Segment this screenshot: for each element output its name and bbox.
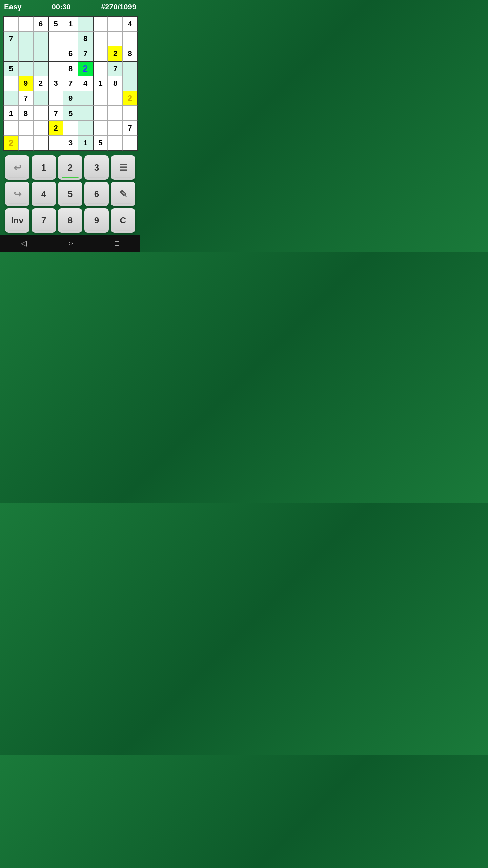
- cell[interactable]: 2: [3, 136, 18, 151]
- cell[interactable]: [33, 61, 48, 76]
- cell[interactable]: [108, 31, 123, 46]
- cell[interactable]: [33, 31, 48, 46]
- cell[interactable]: [33, 121, 48, 136]
- cell[interactable]: [108, 16, 123, 31]
- cell[interactable]: 2: [78, 61, 93, 76]
- cell[interactable]: [3, 121, 18, 136]
- cell[interactable]: [93, 106, 108, 121]
- key-btn-clear[interactable]: C: [111, 208, 135, 233]
- cell[interactable]: [123, 76, 138, 91]
- home-icon[interactable]: ○: [68, 239, 73, 248]
- cell[interactable]: [123, 136, 138, 151]
- cell[interactable]: 6: [33, 16, 48, 31]
- cell[interactable]: 8: [123, 46, 138, 61]
- cell[interactable]: [48, 136, 63, 151]
- cell[interactable]: 2: [123, 91, 138, 106]
- cell[interactable]: [33, 136, 48, 151]
- cell[interactable]: [93, 46, 108, 61]
- cell[interactable]: [123, 31, 138, 46]
- key-btn-redo[interactable]: ↪: [5, 182, 29, 206]
- cell[interactable]: [78, 91, 93, 106]
- key-btn-number[interactable]: 1: [32, 155, 56, 180]
- cell[interactable]: [123, 61, 138, 76]
- cell[interactable]: [33, 91, 48, 106]
- cell[interactable]: [93, 121, 108, 136]
- cell[interactable]: 7: [78, 46, 93, 61]
- cell[interactable]: [108, 106, 123, 121]
- cell[interactable]: 5: [93, 136, 108, 151]
- key-btn-inv[interactable]: Inv: [5, 208, 29, 233]
- cell[interactable]: 9: [18, 76, 33, 91]
- cell[interactable]: 7: [108, 61, 123, 76]
- cell[interactable]: [33, 46, 48, 61]
- cell[interactable]: 7: [63, 76, 78, 91]
- cell[interactable]: [123, 106, 138, 121]
- cell[interactable]: 8: [18, 106, 33, 121]
- back-icon[interactable]: ◁: [21, 239, 27, 248]
- key-btn-number[interactable]: 2: [58, 155, 82, 180]
- cell[interactable]: [48, 31, 63, 46]
- cell[interactable]: [3, 46, 18, 61]
- cell[interactable]: [78, 106, 93, 121]
- key-btn-number[interactable]: 9: [84, 208, 109, 233]
- cell[interactable]: 5: [63, 106, 78, 121]
- cell[interactable]: 1: [93, 76, 108, 91]
- cell[interactable]: 2: [48, 121, 63, 136]
- cell[interactable]: 4: [123, 16, 138, 31]
- key-btn-undo[interactable]: ↩: [5, 155, 29, 180]
- cell[interactable]: 1: [78, 136, 93, 151]
- cell[interactable]: [108, 91, 123, 106]
- cell[interactable]: 2: [108, 46, 123, 61]
- cell[interactable]: [93, 16, 108, 31]
- key-btn-number[interactable]: 4: [32, 182, 56, 206]
- cell[interactable]: [18, 136, 33, 151]
- cell[interactable]: 2: [33, 76, 48, 91]
- cell[interactable]: 5: [3, 61, 18, 76]
- sudoku-grid[interactable]: 6514786728582792374187921875272315: [3, 16, 138, 151]
- cell[interactable]: [18, 16, 33, 31]
- cell[interactable]: [93, 91, 108, 106]
- cell[interactable]: [108, 121, 123, 136]
- cell[interactable]: [18, 61, 33, 76]
- cell[interactable]: 7: [3, 31, 18, 46]
- key-btn-number[interactable]: 7: [32, 208, 56, 233]
- cell[interactable]: 3: [48, 76, 63, 91]
- cell[interactable]: 9: [63, 91, 78, 106]
- cell[interactable]: [78, 121, 93, 136]
- cell[interactable]: [63, 31, 78, 46]
- key-btn-menu[interactable]: ☰: [111, 155, 135, 180]
- key-btn-number[interactable]: 3: [84, 155, 109, 180]
- cell[interactable]: [18, 31, 33, 46]
- cell[interactable]: [108, 136, 123, 151]
- recent-icon[interactable]: □: [115, 239, 119, 248]
- cell[interactable]: [93, 61, 108, 76]
- key-btn-number[interactable]: 5: [58, 182, 82, 206]
- cell[interactable]: 3: [63, 136, 78, 151]
- cell[interactable]: [48, 46, 63, 61]
- cell[interactable]: 4: [78, 76, 93, 91]
- cell[interactable]: 7: [18, 91, 33, 106]
- key-btn-number[interactable]: 6: [84, 182, 109, 206]
- cell[interactable]: 7: [123, 121, 138, 136]
- cell[interactable]: 8: [63, 61, 78, 76]
- cell[interactable]: 5: [48, 16, 63, 31]
- cell[interactable]: 8: [108, 76, 123, 91]
- cell[interactable]: [3, 76, 18, 91]
- cell[interactable]: 6: [63, 46, 78, 61]
- cell[interactable]: 7: [48, 106, 63, 121]
- cell[interactable]: [18, 46, 33, 61]
- cell[interactable]: [48, 91, 63, 106]
- cell[interactable]: [33, 106, 48, 121]
- cell[interactable]: [3, 16, 18, 31]
- key-btn-pencil[interactable]: ✎: [111, 182, 135, 206]
- cell[interactable]: [63, 121, 78, 136]
- cell[interactable]: [93, 31, 108, 46]
- cell[interactable]: [78, 16, 93, 31]
- cell[interactable]: [48, 61, 63, 76]
- cell[interactable]: 8: [78, 31, 93, 46]
- cell[interactable]: [3, 91, 18, 106]
- cell[interactable]: [18, 121, 33, 136]
- cell[interactable]: 1: [63, 16, 78, 31]
- cell[interactable]: 1: [3, 106, 18, 121]
- key-btn-number[interactable]: 8: [58, 208, 82, 233]
